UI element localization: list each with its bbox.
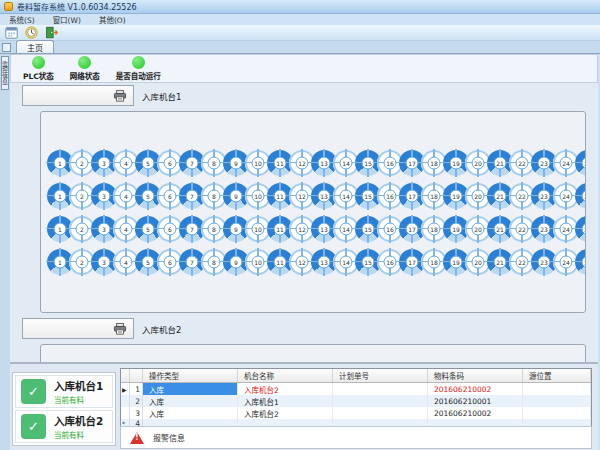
roll-row: 1234567891011121314151617181920212223242… [47,150,585,176]
menu-bar: 系统(S) 窗口(W) 其他(O) [0,14,600,25]
title-bar[interactable]: 卷料暂存系统 V1.0.6034.25526 [0,0,600,14]
roll-slot-number: 2 [76,222,89,235]
indicator-label: 是否自动运行 [116,70,161,81]
indicator-label: PLC状态 [23,70,54,81]
bottom-section: ✓ 入库机台1 当前有料 ✓ 入库机台2 当前有料 操作类型 机台名称 [10,362,598,450]
roll-slot-number: 12 [296,156,309,169]
alarm-label: 报警信息 [153,432,185,443]
row-marker: ▶ [121,383,130,395]
roll-slot-number: 3 [98,222,111,235]
table-row[interactable]: ▶1入库入库机台2201606210002 [121,383,591,395]
roll-slot-number: 17 [406,255,419,268]
roll-slot-25[interactable]: 25 [575,150,585,176]
roll-slot-number: 23 [538,189,551,202]
roll-slot-number: 10 [252,156,265,169]
card-title: 入库机台1 [54,378,103,393]
column-header[interactable]: 计划单号 [333,369,428,382]
roll-slot-number: 7 [186,255,199,268]
cell[interactable] [333,383,428,395]
roll-slot-number: 8 [208,222,221,235]
roll-slot-number: 5 [142,222,155,235]
row-number: 2 [130,395,143,407]
left-dock-strip: 监控信息 [0,54,10,450]
roll-slot-number: 23 [538,255,551,268]
roll-slot-number: 6 [164,255,177,268]
row-number: 1 [130,383,143,395]
cell[interactable] [333,395,428,407]
roll-slot-number: 19 [450,189,463,202]
roll-slot-number: 16 [384,255,397,268]
machine2-slots-panel [40,344,586,362]
cell[interactable] [523,407,591,419]
check-icon: ✓ [21,414,46,439]
roll-slot-number: 20 [472,255,485,268]
roll-slot-number: 9 [230,156,243,169]
column-header[interactable]: 源位置 [523,369,591,382]
column-header[interactable]: 操作类型 [143,369,238,382]
roll-slot-number: 11 [274,189,287,202]
roll-slot-number: 19 [450,255,463,268]
machine2-status-card[interactable]: ✓ 入库机台2 当前有料 [15,410,113,443]
roll-slot-number: 10 [252,255,265,268]
roll-slot-25[interactable]: 25 [575,183,585,209]
machine-status-cards: ✓ 入库机台1 当前有料 ✓ 入库机台2 当前有料 [12,372,116,446]
menu-system[interactable]: 系统(S) [0,14,44,25]
tab-home[interactable]: 主页 [16,40,54,53]
side-panel-tab[interactable]: 监控信息 [1,56,9,90]
roll-slot-25[interactable]: 25 [575,216,585,242]
roll-slot-number: 9 [230,189,243,202]
menu-window[interactable]: 窗口(W) [44,14,90,25]
cell[interactable]: 入库机台1 [238,395,333,407]
roll-slot-25[interactable]: 25 [575,249,585,275]
roll-slot-number: 15 [362,189,375,202]
cell[interactable]: 入库 [143,407,238,419]
menu-other[interactable]: 其他(O) [90,14,135,25]
exit-door-icon[interactable] [43,26,59,40]
roll-slot-number: 12 [296,222,309,235]
panel-toggle-icon[interactable] [2,43,11,52]
roll-slot-number: 10 [252,222,265,235]
cell[interactable]: 201606210001 [428,395,523,407]
table-row[interactable]: 3入库入库机台2201606210002 [121,407,591,419]
print-button[interactable] [22,318,134,339]
window-title: 卷料暂存系统 V1.0.6034.25526 [17,1,137,12]
cell[interactable] [333,407,428,419]
cell[interactable] [523,383,591,395]
print-button[interactable] [22,85,134,106]
roll-slot-number: 6 [164,222,177,235]
roll-slot-number: 16 [384,222,397,235]
calendar-icon[interactable] [3,26,19,40]
roll-slot-number: 14 [340,189,353,202]
roll-slot-number: 4 [120,189,133,202]
roll-slot-number: 18 [428,222,441,235]
column-header[interactable]: 物料条码 [428,369,523,382]
clock-icon[interactable] [23,26,39,40]
cell[interactable]: 入库 [143,395,238,407]
cell[interactable]: 入库机台2 [238,407,333,419]
table-row[interactable]: 2入库入库机台1201606210001 [121,395,591,407]
roll-slot-grid: 1234567891011121314151617181920212223242… [41,112,585,312]
roll-slot-number: 22 [516,255,529,268]
roll-slot-number: 8 [208,156,221,169]
machine1-header: 入库机台1 [22,85,181,106]
cell[interactable]: 入库 [143,383,238,395]
roll-slot-number: 12 [296,255,309,268]
roll-slot-number: 9 [230,255,243,268]
roll-slot-number: 9 [230,222,243,235]
machine2-title: 入库机台2 [142,323,181,335]
machine1-status-card[interactable]: ✓ 入库机台1 当前有料 [15,375,113,408]
roll-slot-number: 16 [384,189,397,202]
cell[interactable]: 入库机台2 [238,383,333,395]
cell[interactable] [523,395,591,407]
cell[interactable]: 201606210002 [428,383,523,395]
roll-slot-number: 21 [494,189,507,202]
indicator-network: 网络状态 [70,56,100,81]
roll-slot-number: 3 [98,156,111,169]
alarm-panel: 报警信息 [120,426,592,449]
cell[interactable]: 201606210002 [428,407,523,419]
roll-slot-number: 8 [208,255,221,268]
app-window: 卷料暂存系统 V1.0.6034.25526 系统(S) 窗口(W) 其他(O)… [0,0,600,450]
column-header[interactable]: 机台名称 [238,369,333,382]
app-icon [4,2,13,11]
roll-slot-number: 25 [582,255,586,268]
